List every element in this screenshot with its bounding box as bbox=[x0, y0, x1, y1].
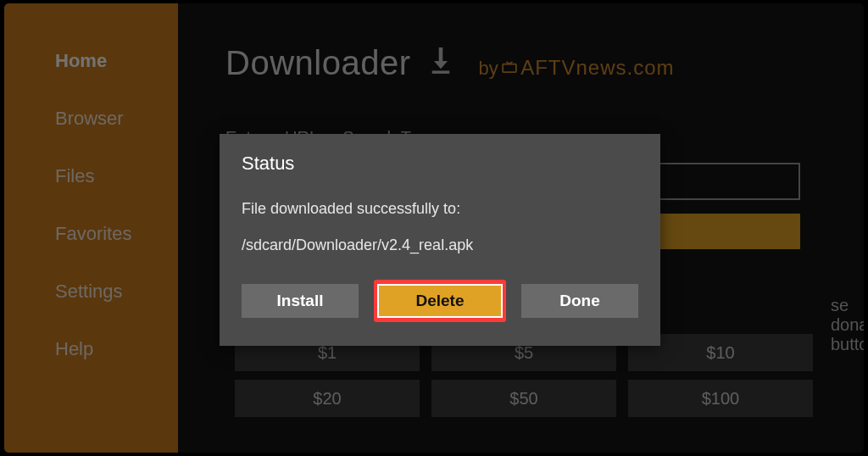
done-button[interactable]: Done bbox=[521, 284, 638, 318]
brand-name: AFTVnews.com bbox=[520, 56, 674, 79]
delete-button-highlight: Delete bbox=[374, 280, 506, 322]
tv-icon bbox=[502, 61, 517, 73]
download-arrow-icon bbox=[429, 47, 453, 75]
install-button[interactable]: Install bbox=[242, 284, 359, 318]
donation-row-2: $20 $50 $100 bbox=[235, 380, 813, 417]
modal-file-path: /sdcard/Downloader/v2.4_real.apk bbox=[242, 236, 638, 254]
sidebar-item-settings[interactable]: Settings bbox=[55, 281, 178, 303]
app-title: Downloader bbox=[225, 44, 410, 82]
sidebar-item-help[interactable]: Help bbox=[55, 338, 178, 360]
sidebar: Home Browser Files Favorites Settings He… bbox=[4, 3, 178, 453]
donation-label: se donation buttons: bbox=[831, 296, 864, 354]
sidebar-item-browser[interactable]: Browser bbox=[55, 108, 178, 130]
sidebar-item-favorites[interactable]: Favorites bbox=[55, 223, 178, 245]
donate-20-button[interactable]: $20 bbox=[235, 380, 420, 417]
sidebar-item-home[interactable]: Home bbox=[55, 50, 178, 72]
modal-message: File downloaded successfully to: bbox=[242, 200, 638, 218]
delete-button[interactable]: Delete bbox=[377, 284, 503, 318]
donate-100-button[interactable]: $100 bbox=[628, 380, 813, 417]
sidebar-item-files[interactable]: Files bbox=[55, 165, 178, 187]
modal-actions: Install Delete Done bbox=[242, 280, 638, 322]
svg-rect-0 bbox=[432, 70, 450, 73]
status-modal: Status File downloaded successfully to: … bbox=[220, 134, 660, 346]
svg-rect-1 bbox=[503, 64, 516, 73]
donate-50-button[interactable]: $50 bbox=[431, 380, 616, 417]
modal-title: Status bbox=[242, 153, 638, 175]
by-label: by bbox=[478, 58, 498, 79]
